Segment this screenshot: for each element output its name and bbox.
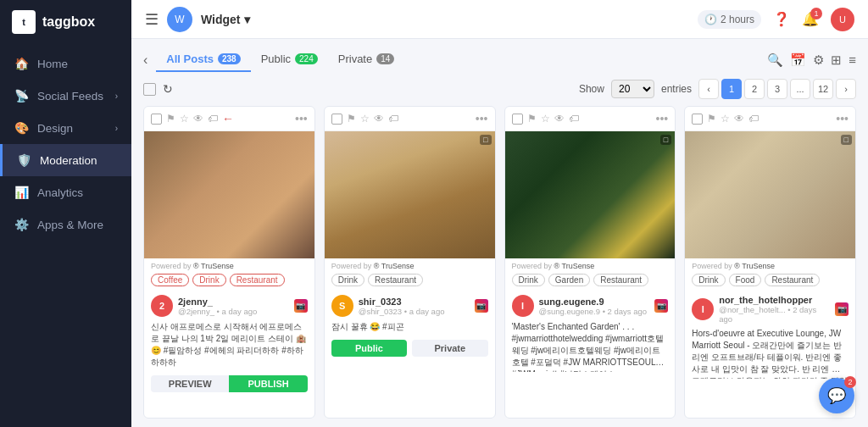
next-page-button[interactable]: › xyxy=(836,79,856,99)
tab-actions: 🔍 📅 ⚙ ⊞ ≡ xyxy=(767,53,856,68)
card-2-tags: Drink Restaurant xyxy=(325,272,495,290)
card-1-user: 2 2jenny_ @2jenny_ • a day ago 📷 xyxy=(144,290,314,319)
tab-private-label: Private xyxy=(338,53,372,65)
star-icon[interactable]: ☆ xyxy=(721,113,730,125)
tag-icon[interactable]: 🏷 xyxy=(208,113,218,125)
flag-icon[interactable]: ⚑ xyxy=(166,113,175,125)
tag-drink[interactable]: Drink xyxy=(512,274,545,286)
card-2-user: S shir_0323 @shir_0323 • a day ago 📷 xyxy=(325,290,495,319)
refresh-button[interactable]: ↻ xyxy=(163,82,173,96)
help-button[interactable]: ❓ xyxy=(773,11,790,27)
all-posts-badge: 238 xyxy=(218,53,241,64)
per-page-select[interactable]: 20 50 100 xyxy=(611,80,654,98)
sidebar-item-home[interactable]: 🏠 Home xyxy=(0,47,131,80)
search-icon[interactable]: 🔍 xyxy=(767,53,783,68)
preview-button-1[interactable]: PREVIEW xyxy=(151,375,229,392)
card-1-tags: Coffee Drink Restaurant xyxy=(144,272,314,290)
select-all-checkbox[interactable] xyxy=(143,83,156,96)
more-options-icon[interactable]: ••• xyxy=(656,112,669,125)
tab-all-posts[interactable]: All Posts 238 xyxy=(156,47,250,72)
list-view-icon[interactable]: ≡ xyxy=(849,53,856,67)
star-icon[interactable]: ☆ xyxy=(541,113,550,125)
back-button[interactable]: ‹ xyxy=(143,53,147,68)
calendar-icon[interactable]: 📅 xyxy=(790,53,806,68)
moderation-icon: 🛡️ xyxy=(16,153,31,167)
public-badge: 224 xyxy=(295,53,318,64)
tag-coffee[interactable]: Coffee xyxy=(151,274,189,286)
card-2-checkbox[interactable] xyxy=(331,114,342,125)
page-3-button[interactable]: 3 xyxy=(767,79,787,99)
chat-bubble[interactable]: 💬 2 xyxy=(819,378,854,413)
user-2-sub: @shir_0323 • a day ago xyxy=(359,307,470,316)
timer-display: 🕐 2 hours xyxy=(698,10,761,29)
star-icon[interactable]: ☆ xyxy=(180,113,189,125)
tag-icon[interactable]: 🏷 xyxy=(569,113,579,125)
more-options-icon[interactable]: ••• xyxy=(476,112,488,125)
sidebar-nav: 🏠 Home 📡 Social Feeds › 🎨 Design › 🛡️ Mo… xyxy=(0,44,131,427)
user-2-info: shir_0323 @shir_0323 • a day ago xyxy=(359,297,470,316)
notifications-button[interactable]: 🔔 1 xyxy=(802,11,819,27)
sidebar-item-design[interactable]: 🎨 Design › xyxy=(0,112,131,144)
tag-drink[interactable]: Drink xyxy=(192,274,225,286)
tag-icon[interactable]: 🏷 xyxy=(388,113,398,125)
sidebar-item-social-feeds[interactable]: 📡 Social Feeds › xyxy=(0,80,131,112)
tag-food[interactable]: Food xyxy=(729,274,762,286)
tag-drink[interactable]: Drink xyxy=(331,274,364,286)
page-last-button[interactable]: 12 xyxy=(813,79,833,99)
user-avatar[interactable]: U xyxy=(831,8,854,31)
card-4-icons: ⚑ ☆ 👁 🏷 xyxy=(707,113,832,125)
more-options-icon[interactable]: ••• xyxy=(836,112,849,125)
filter-icon[interactable]: ⚙ xyxy=(813,53,824,68)
card-1-post-text: 신사 애프로메스로 시작해서 에프로메스로 끝날 나의 1박 2일 메리이트 스… xyxy=(144,319,314,372)
card-2-image: □ xyxy=(325,131,495,258)
tag-icon[interactable]: 🏷 xyxy=(748,113,759,125)
sidebar-item-moderation[interactable]: 🛡️ Moderation xyxy=(0,144,131,176)
card-1-checkbox[interactable] xyxy=(151,114,162,125)
main-area: ☰ W Widget ▾ 🕐 2 hours ❓ 🔔 1 U ‹ xyxy=(131,0,868,427)
topbar-icons: 🕐 2 hours ❓ 🔔 1 U xyxy=(698,8,854,31)
page-1-button[interactable]: 1 xyxy=(721,79,742,99)
tab-public[interactable]: Public 224 xyxy=(251,47,328,72)
public-button-2[interactable]: Public xyxy=(331,340,407,357)
sidebar-item-label: Moderation xyxy=(40,154,97,167)
flag-icon[interactable]: ⚑ xyxy=(707,113,716,125)
grid-view-icon[interactable]: ⊞ xyxy=(831,53,842,68)
card-3-checkbox[interactable] xyxy=(512,114,523,125)
publish-button-1[interactable]: PUBLISH xyxy=(229,375,307,392)
card-2: ⚑ ☆ 👁 🏷 ••• □ Powered by ® TruSense Drin… xyxy=(324,106,496,419)
tag-garden[interactable]: Garden xyxy=(548,274,590,286)
hide-icon[interactable]: 👁 xyxy=(734,113,744,125)
sidebar-item-analytics[interactable]: 📊 Analytics xyxy=(0,176,131,208)
chevron-right-icon: › xyxy=(115,124,118,133)
instagram-icon: 📷 xyxy=(475,299,488,313)
tag-restaurant[interactable]: Restaurant xyxy=(230,274,285,286)
hide-icon[interactable]: 👁 xyxy=(374,113,384,125)
tag-drink[interactable]: Drink xyxy=(692,274,725,286)
prev-page-button[interactable]: ‹ xyxy=(698,79,719,99)
more-options-icon[interactable]: ••• xyxy=(295,112,308,125)
sidebar-item-apps-more[interactable]: ⚙️ Apps & More xyxy=(0,208,131,241)
hide-icon[interactable]: 👁 xyxy=(193,113,203,125)
tag-restaurant[interactable]: Restaurant xyxy=(368,274,423,286)
user-3-info: sung.eugene.9 @sung.eugene.9 • 2 days ag… xyxy=(539,297,650,316)
card-4-post-text: Hors-d'oeuvre at Executive Lounge, JW Ma… xyxy=(685,326,855,379)
user-4-sub: @nor_the_hotelt... • 2 days ago xyxy=(719,305,830,324)
private-button-2[interactable]: Private xyxy=(412,340,487,357)
tab-private[interactable]: Private 14 xyxy=(328,47,405,72)
hide-icon[interactable]: 👁 xyxy=(554,113,565,125)
flag-icon[interactable]: ⚑ xyxy=(527,113,537,125)
flag-icon[interactable]: ⚑ xyxy=(347,113,356,125)
card-3: ⚑ ☆ 👁 🏷 ••• □ Powered by ® TruSense Drin… xyxy=(504,106,676,419)
card-3-post-text: 'Master's Enchanted Garden' . . . #jwmar… xyxy=(505,319,676,372)
card-2-actions: Public Private xyxy=(325,336,495,362)
tag-restaurant[interactable]: Restaurant xyxy=(765,274,820,286)
card-4-checkbox[interactable] xyxy=(692,114,703,125)
widget-dropdown[interactable]: Widget ▾ xyxy=(201,13,250,26)
star-icon[interactable]: ☆ xyxy=(360,113,370,125)
page-2-button[interactable]: 2 xyxy=(744,79,765,99)
menu-icon[interactable]: ☰ xyxy=(145,10,159,29)
chat-badge: 2 xyxy=(844,376,856,388)
apps-icon: ⚙️ xyxy=(14,218,29,231)
sidebar-item-label: Design xyxy=(37,122,73,135)
tag-restaurant[interactable]: Restaurant xyxy=(593,274,648,286)
